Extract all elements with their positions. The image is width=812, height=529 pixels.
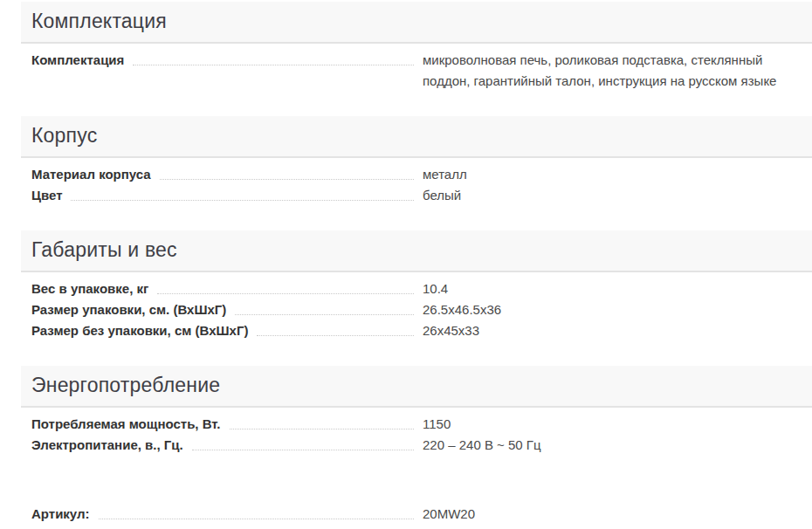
dotted-leader: [71, 185, 414, 201]
section-title: Энергопотребление: [21, 366, 812, 408]
product-specs-page: Комплектация Комплектация микроволновая …: [0, 0, 812, 525]
spec-label: Комплектация: [31, 50, 124, 71]
dotted-leader: [133, 50, 414, 65]
section-rows: Вес в упаковке, кг 10.4 Размер упаковки,…: [0, 272, 812, 341]
spec-label: Потребляемая мощность, Вт.: [31, 414, 221, 435]
spec-section: Комплектация Комплектация микроволновая …: [0, 2, 812, 92]
specs-container: Комплектация Комплектация микроволновая …: [0, 2, 812, 456]
dotted-leader: [257, 320, 414, 336]
spec-section: Габариты и вес Вес в упаковке, кг 10.4 Р…: [0, 230, 812, 341]
dotted-leader: [235, 299, 414, 315]
article-label: Артикул:: [31, 504, 90, 525]
spec-value: металл: [423, 164, 799, 185]
spec-value: 1150: [423, 414, 799, 435]
section-title: Корпус: [21, 116, 812, 158]
spec-row: Вес в упаковке, кг 10.4: [31, 278, 799, 299]
section-title: Комплектация: [21, 2, 812, 44]
section-rows: Потребляемая мощность, Вт. 1150 Электроп…: [0, 408, 812, 456]
spec-value: микроволновая печь, роликовая подставка,…: [423, 50, 799, 92]
dotted-leader: [160, 164, 414, 180]
spec-value: 26.5x46.5x36: [423, 299, 799, 320]
spec-label: Размер без упаковки, см (ВхШхГ): [31, 320, 248, 341]
spec-row: Цвет белый: [31, 185, 799, 206]
article-row: Артикул: 20MW20: [31, 504, 799, 525]
spec-value: 220 – 240 В ~ 50 Гц: [423, 435, 799, 456]
dotted-leader: [192, 435, 414, 450]
spec-value: 10.4: [423, 278, 799, 299]
dotted-leader: [157, 278, 414, 294]
spec-row: Комплектация микроволновая печь, роликов…: [31, 50, 799, 92]
section-title: Габариты и вес: [21, 230, 812, 272]
spec-row: Размер упаковки, см. (ВхШхГ) 26.5x46.5x3…: [31, 299, 799, 320]
spec-label: Электропитание, в., Гц.: [31, 435, 183, 456]
dotted-leader: [99, 504, 414, 519]
section-rows: Материал корпуса металл Цвет белый: [0, 158, 812, 206]
section-rows: Комплектация микроволновая печь, роликов…: [0, 44, 812, 92]
spec-label: Вес в упаковке, кг: [31, 278, 148, 299]
spec-section: Энергопотребление Потребляемая мощность,…: [0, 366, 812, 456]
spec-label: Размер упаковки, см. (ВхШхГ): [31, 299, 226, 320]
spec-row: Размер без упаковки, см (ВхШхГ) 26x45x33: [31, 320, 799, 341]
spec-row: Материал корпуса металл: [31, 164, 799, 185]
spec-value: 26x45x33: [423, 320, 799, 341]
dotted-leader: [230, 414, 414, 429]
spec-label: Цвет: [31, 185, 62, 206]
spec-label: Материал корпуса: [31, 164, 151, 185]
spec-row: Электропитание, в., Гц. 220 – 240 В ~ 50…: [31, 435, 799, 456]
spec-row: Потребляемая мощность, Вт. 1150: [31, 414, 799, 435]
spec-value: белый: [423, 185, 799, 206]
spec-section: Корпус Материал корпуса металл Цвет белы…: [0, 116, 812, 206]
article-row-wrap: Артикул: 20MW20: [0, 480, 812, 525]
article-value: 20MW20: [423, 504, 799, 525]
